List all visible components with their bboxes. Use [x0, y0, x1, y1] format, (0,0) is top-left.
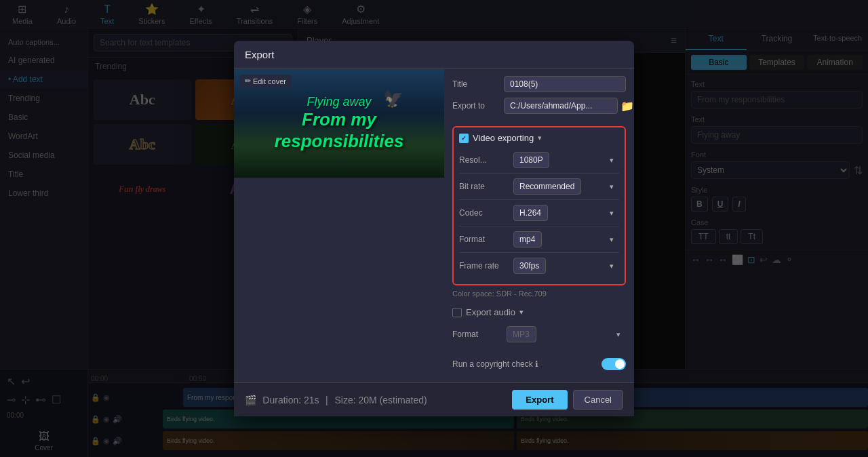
audio-export-label: Export audio — [466, 307, 515, 317]
bitrate-row: Bit rate Recommended High Low — [459, 174, 619, 200]
audio-format-select-wrap: MP3 AAC WAV — [507, 326, 626, 342]
modal-title: Export — [245, 49, 274, 60]
audio-export-section: Export audio ▾ Format MP3 AAC WAV — [452, 302, 626, 353]
color-space-text: Color space: SDR - Rec.709 — [452, 285, 626, 302]
export-settings-panel: Title Export to 📁 ✓ Video exporting — [444, 69, 634, 382]
cancel-button[interactable]: Cancel — [573, 390, 623, 410]
copyright-label: Run a copyright check ℹ — [452, 359, 538, 369]
framerate-label: Frame rate — [459, 261, 513, 271]
audio-format-row: Format MP3 AAC WAV — [452, 321, 626, 347]
footer-separator: | — [326, 395, 331, 405]
copyright-toggle[interactable] — [601, 358, 626, 370]
audio-format-label: Format — [452, 330, 507, 339]
framerate-select[interactable]: 30fps 60fps 24fps — [513, 258, 546, 274]
video-export-section: ✓ Video exporting ▾ Resol... 1080P 720P … — [452, 126, 626, 285]
modal-footer: 🎬 Duration: 21s | Size: 20M (estimated) … — [234, 382, 634, 416]
audio-export-arrow: ▾ — [519, 308, 524, 317]
film-icon: 🎬 — [245, 395, 256, 405]
copyright-row: Run a copyright check ℹ — [452, 353, 626, 376]
info-icon: ℹ — [535, 359, 538, 369]
resolution-select[interactable]: 1080P 720P 480P — [513, 152, 549, 168]
format-select-wrap: mp4 mov avi — [513, 231, 619, 247]
format-select[interactable]: mp4 mov avi — [513, 231, 542, 247]
video-export-title: ✓ Video exporting ▾ — [459, 133, 619, 143]
edit-cover-button[interactable]: ✏ Edit cover — [239, 75, 292, 87]
format-label: Format — [459, 235, 513, 244]
edit-cover-label: Edit cover — [253, 77, 286, 85]
export-to-label: Export to — [452, 101, 500, 111]
resolution-row: Resol... 1080P 720P 480P — [459, 147, 619, 174]
audio-export-checkbox[interactable] — [452, 308, 462, 317]
export-preview-panel: ✏ Edit cover Flying away From myresponsi… — [234, 69, 444, 382]
codec-select-wrap: H.264 H.265 — [513, 205, 619, 221]
format-row: Format mp4 mov avi — [459, 226, 619, 253]
preview-video: ✏ Edit cover Flying away From myresponsi… — [234, 69, 444, 178]
modal-overlay: Export ✏ Edit cover Flying away From myr… — [0, 0, 868, 457]
title-input[interactable] — [504, 76, 626, 92]
export-to-row: Export to 📁 — [452, 98, 626, 114]
audio-format-select[interactable]: MP3 AAC WAV — [507, 326, 536, 342]
codec-row: Codec H.264 H.265 — [459, 200, 619, 226]
export-path-input[interactable] — [504, 98, 618, 114]
footer-buttons: Export Cancel — [512, 390, 623, 410]
title-field-label: Title — [452, 79, 500, 89]
bitrate-select[interactable]: Recommended High Low — [513, 178, 581, 195]
footer-info: 🎬 Duration: 21s | Size: 20M (estimated) — [245, 395, 431, 405]
bitrate-select-wrap: Recommended High Low — [513, 178, 619, 195]
footer-size: Size: 20M (estimated) — [335, 395, 427, 405]
preview-text-main: From myresponsibilities — [275, 109, 404, 151]
resolution-label: Resol... — [459, 155, 513, 165]
audio-export-title: Export audio ▾ — [452, 307, 626, 317]
folder-icon[interactable]: 📁 — [620, 100, 634, 113]
modal-header: Export — [234, 41, 634, 69]
resolution-select-wrap: 1080P 720P 480P — [513, 152, 619, 168]
export-modal: Export ✏ Edit cover Flying away From myr… — [234, 41, 634, 416]
codec-select[interactable]: H.264 H.265 — [513, 205, 548, 221]
video-export-checkbox[interactable]: ✓ — [459, 134, 469, 143]
bird-decoration: 🦅 — [383, 90, 403, 108]
bitrate-label: Bit rate — [459, 182, 513, 191]
video-export-label: Video exporting — [473, 133, 534, 143]
pencil-icon: ✏ — [245, 77, 251, 85]
video-export-arrow: ▾ — [538, 134, 542, 142]
codec-label: Codec — [459, 208, 513, 218]
footer-duration: Duration: 21s — [262, 395, 319, 405]
framerate-select-wrap: 30fps 60fps 24fps — [513, 258, 619, 274]
framerate-row: Frame rate 30fps 60fps 24fps — [459, 253, 619, 279]
title-row: Title — [452, 76, 626, 92]
export-modal-body: ✏ Edit cover Flying away From myresponsi… — [234, 69, 634, 382]
export-button[interactable]: Export — [512, 390, 567, 410]
